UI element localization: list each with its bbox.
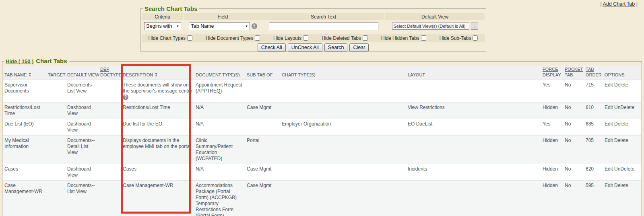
hide-document-types-option: Hide Document Types xyxy=(206,35,260,41)
hide-document-types-label: Hide Document Types xyxy=(206,35,253,41)
cell-force-display: Yes xyxy=(541,119,563,135)
cell-target xyxy=(46,180,66,216)
col-header-target[interactable]: TARGET xyxy=(48,72,66,77)
col-header-tab-order[interactable]: TAB ORDER xyxy=(586,67,602,77)
undelete-link[interactable]: UnDelete xyxy=(614,105,634,110)
cell-tab-order: 620 xyxy=(584,164,603,180)
default-view-picker-button[interactable]: ... xyxy=(471,23,478,30)
search-controls-row: Begins with ▼ Tab Name ▼ ? Select Defaul… xyxy=(142,21,485,31)
cell-target xyxy=(46,80,66,102)
col-header-layout[interactable]: LAYOUT xyxy=(408,72,425,77)
col-header-pocket-tab[interactable]: POCKET TAB xyxy=(565,67,583,77)
cell-def-doctype xyxy=(99,135,121,164)
sort-icon: ↧ xyxy=(28,72,31,78)
hide-document-types-checkbox[interactable] xyxy=(255,35,260,41)
search-text-input[interactable] xyxy=(269,23,378,30)
hide-deleted-tabs-checkbox[interactable] xyxy=(363,35,368,41)
cell-def-doctype xyxy=(99,80,121,102)
cell-def-doctype xyxy=(99,180,121,216)
chart-tabs-panel: Hide ( 150 )Chart Tabs TAB NAME↧ TARGET … xyxy=(2,61,642,216)
cell-layout xyxy=(406,80,541,102)
edit-link[interactable]: Edit xyxy=(605,166,613,172)
search-text-column-header: Search Text xyxy=(262,13,384,20)
delete-link[interactable]: Delete xyxy=(614,82,628,88)
hide-count-link[interactable]: Hide ( 150 ) xyxy=(6,58,33,64)
hide-filters-bar: Hide Chart Types Hide Document Types Hid… xyxy=(142,34,485,42)
cell-sub-tab-of: Portal xyxy=(245,135,280,164)
description-text: These documents will show on the supervi… xyxy=(123,82,192,94)
cell-pocket-tab: No xyxy=(563,102,584,119)
table-row: Restrictions/Lost Time Dashboard View Re… xyxy=(3,102,641,119)
cell-force-display: Hidden xyxy=(541,180,563,216)
cell-description: Due list for the EO. xyxy=(121,119,194,135)
delete-link[interactable]: Delete xyxy=(614,138,628,143)
col-header-description[interactable]: DESCRIPTION xyxy=(123,72,153,77)
cell-document-types: Clinic Summary/Patient Education (WCPATE… xyxy=(194,135,245,164)
col-header-options: OPTIONS xyxy=(605,72,625,77)
check-all-button[interactable]: Check All xyxy=(258,43,286,52)
cell-layout xyxy=(406,180,541,216)
col-header-chart-types[interactable]: CHART TYPE(S) xyxy=(282,72,316,77)
edit-link[interactable]: Edit xyxy=(605,121,613,127)
field-select[interactable]: Tab Name ▼ xyxy=(189,22,250,30)
criteria-column-header: Criteria xyxy=(142,13,183,20)
cell-tab-name: Case Management-WR xyxy=(3,180,46,216)
hide-sub-tabs-label: Hide Sub-Tabs xyxy=(440,35,471,41)
cell-pocket-tab: No xyxy=(563,164,584,180)
hide-deleted-tabs-label: Hide Deleted Tabs xyxy=(322,35,361,41)
col-header-document-types[interactable]: DOCUMENT TYPE(S) xyxy=(196,72,240,77)
cell-layout: Incidents xyxy=(406,164,541,180)
cell-sub-tab-of xyxy=(245,80,280,102)
uncheck-all-button[interactable]: UnCheck All xyxy=(288,43,322,52)
edit-link[interactable]: Edit xyxy=(605,138,613,143)
hide-layouts-checkbox[interactable] xyxy=(303,35,308,41)
cell-pocket-tab: No xyxy=(563,119,584,135)
cell-chart-types xyxy=(280,135,406,164)
delete-link[interactable]: Delete xyxy=(614,121,628,127)
table-row: Supervisor Documents Documents--List Vie… xyxy=(3,80,641,102)
undelete-link[interactable]: UnDelete xyxy=(614,166,634,172)
cell-target xyxy=(46,135,66,164)
col-header-force-display[interactable]: FORCE DISPLAY xyxy=(543,67,561,77)
edit-link[interactable]: Edit xyxy=(605,183,613,188)
delete-link[interactable]: Delete xyxy=(614,183,628,188)
clear-button[interactable]: Clear xyxy=(349,43,369,52)
default-view-input[interactable]: Select Default View(s) (Default is All) xyxy=(392,23,469,30)
add-chart-tab-link[interactable]: Add Chart Tab xyxy=(603,1,635,7)
sort-icon: ↧ xyxy=(154,72,158,78)
cell-tab-name: Cases xyxy=(3,164,46,180)
chevron-down-icon: ▼ xyxy=(245,25,248,28)
top-action-bar: | Add Chart Tab | xyxy=(601,1,638,7)
hide-hidden-tabs-label: Hide Hidden Tabs xyxy=(381,35,419,41)
edit-link[interactable]: Edit xyxy=(605,82,613,88)
cell-sub-tab-of: Case Mgmt xyxy=(245,180,280,216)
cell-tab-order: 705 xyxy=(584,135,603,164)
search-buttons-bar: Check All UnCheck All Search Clear xyxy=(140,43,486,52)
description-help-icon[interactable]: ? xyxy=(123,95,128,100)
pipe-separator: | xyxy=(636,1,638,7)
col-header-tab-name[interactable]: TAB NAME xyxy=(4,72,27,77)
cell-description: Case Management-WR xyxy=(121,180,194,216)
cell-target xyxy=(46,164,66,180)
cell-options: Edit Delete xyxy=(603,80,641,102)
cell-tab-order: 595 xyxy=(584,180,603,216)
chart-tabs-table: TAB NAME↧ TARGET DEFAULT VIEW DEF DOCTYP… xyxy=(3,66,641,216)
criteria-select-value: Begins with xyxy=(147,23,172,29)
field-help-icon[interactable]: ? xyxy=(252,23,257,29)
cell-default-view: Dashboard View xyxy=(66,102,99,119)
table-row: My Medical Information Documents--Detail… xyxy=(3,135,641,164)
cell-chart-types xyxy=(280,164,406,180)
edit-link[interactable]: Edit xyxy=(605,105,613,110)
search-button[interactable]: Search xyxy=(324,43,348,52)
cell-target xyxy=(46,102,66,119)
cell-document-types: Appointment Request (APPTREQ) xyxy=(194,80,245,102)
cell-force-display: Yes xyxy=(541,80,563,102)
hide-hidden-tabs-checkbox[interactable] xyxy=(421,35,426,41)
hide-chart-types-checkbox[interactable] xyxy=(187,35,192,41)
hide-sub-tabs-checkbox[interactable] xyxy=(473,35,478,41)
cell-document-types: N/A xyxy=(194,164,245,180)
cell-description: These documents will show on the supervi… xyxy=(121,80,194,102)
criteria-select[interactable]: Begins with ▼ xyxy=(144,22,181,30)
col-header-default-view[interactable]: DEFAULT VIEW xyxy=(67,72,99,77)
col-header-def-doctype[interactable]: DEF DOCTYPE xyxy=(100,67,122,77)
